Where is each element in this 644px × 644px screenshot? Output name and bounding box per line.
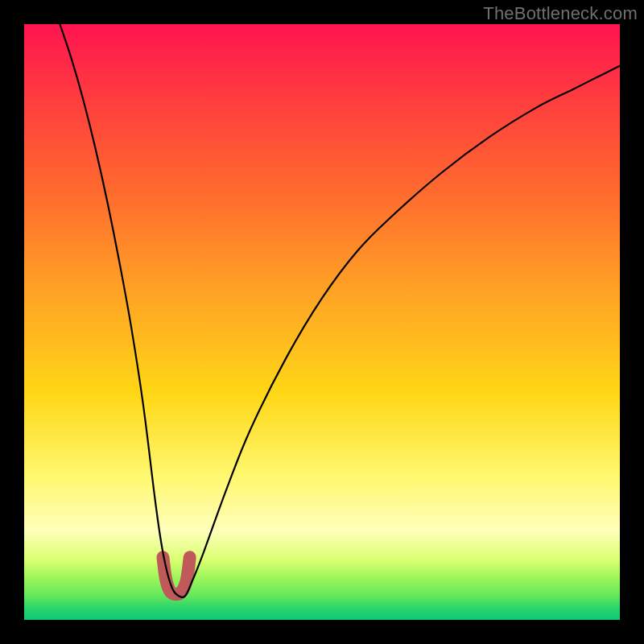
chart-frame: TheBottleneck.com <box>0 0 644 644</box>
bottleneck-curve-line <box>60 24 620 597</box>
gradient-plot-area <box>24 24 620 620</box>
watermark-text: TheBottleneck.com <box>483 3 638 24</box>
curve-layer <box>24 24 620 620</box>
optimal-marker-line <box>163 557 189 594</box>
